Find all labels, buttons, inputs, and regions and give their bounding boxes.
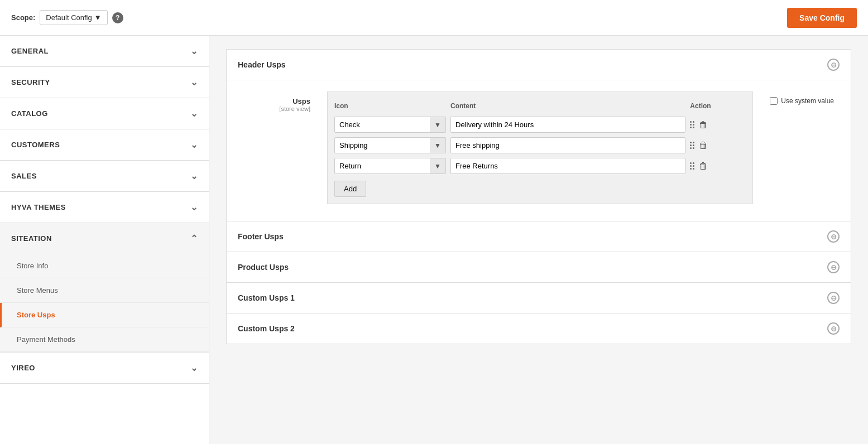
sidebar-section-yireo: YIREO ⌄ (0, 353, 209, 384)
sidebar-item-catalog[interactable]: CATALOG ⌄ (0, 98, 209, 129)
chevron-down-icon: ⌄ (190, 77, 198, 88)
content-area: Header Usps ⊖ Usps [store view] Icon (209, 36, 868, 444)
delete-row-button-3[interactable]: 🗑 (699, 161, 708, 171)
sidebar-item-general[interactable]: GENERAL ⌄ (0, 36, 209, 66)
add-usp-button[interactable]: Add (334, 181, 366, 197)
expand-icon[interactable]: ⊖ (827, 261, 840, 273)
usp-actions-2: 🗑 (690, 141, 746, 151)
select-arrow-icon: ▼ (430, 138, 445, 153)
top-bar-left: Scope: Default Config ▼ ? (11, 10, 123, 25)
scope-chevron-icon: ▼ (94, 13, 102, 22)
siteation-sub-items: Store Info Store Menus Store Usps Paymen… (0, 254, 209, 352)
chevron-down-icon: ⌄ (190, 46, 198, 56)
help-icon[interactable]: ? (112, 12, 123, 23)
drag-handle-icon[interactable] (690, 162, 694, 170)
scope-dropdown[interactable]: Default Config ▼ (40, 10, 107, 25)
chevron-down-icon: ⌄ (190, 363, 198, 373)
header-usps-section: Header Usps ⊖ Usps [store view] Icon (226, 49, 851, 221)
sidebar-section-security: SECURITY ⌄ (0, 67, 209, 98)
delete-row-button-1[interactable]: 🗑 (699, 120, 708, 130)
sidebar-section-sales: SALES ⌄ (0, 161, 209, 192)
usps-label: Usps (243, 97, 310, 105)
col-icon-label: Icon (334, 102, 446, 110)
product-usps-section: Product Usps ⊖ (226, 252, 851, 283)
expand-icon[interactable]: ⊖ (827, 322, 840, 335)
icon-select-2[interactable]: Check Shipping Return (335, 138, 430, 153)
col-content-label: Content (450, 102, 685, 110)
top-bar: Scope: Default Config ▼ ? Save Config (0, 0, 868, 36)
sidebar-section-general: GENERAL ⌄ (0, 36, 209, 67)
select-arrow-icon: ▼ (430, 158, 445, 173)
drag-handle-icon[interactable] (690, 121, 694, 128)
drag-handle-icon[interactable] (690, 142, 694, 149)
sidebar-section-hyva: HYVA THEMES ⌄ (0, 192, 209, 223)
header-usps-title: Header Usps (238, 60, 286, 69)
collapse-icon[interactable]: ⊖ (827, 59, 840, 71)
sidebar-label-customers: CUSTOMERS (11, 141, 60, 149)
sidebar-item-sales[interactable]: SALES ⌄ (0, 161, 209, 191)
sidebar-item-store-usps[interactable]: Store Usps (0, 303, 209, 327)
usps-sublabel: [store view] (243, 105, 310, 112)
col-action-label: Action (690, 102, 746, 110)
product-usps-toggle[interactable]: Product Usps ⊖ (227, 252, 851, 282)
product-usps-title: Product Usps (238, 263, 289, 272)
expand-icon[interactable]: ⊖ (827, 292, 840, 304)
main-layout: GENERAL ⌄ SECURITY ⌄ CATALOG ⌄ CUSTOMERS… (0, 36, 868, 444)
chevron-down-icon: ⌄ (190, 108, 198, 119)
sidebar-label-sales: SALES (11, 172, 37, 180)
footer-usps-toggle[interactable]: Footer Usps ⊖ (227, 221, 851, 252)
table-row: Check Shipping Return ▼ (334, 137, 746, 153)
icon-select-3[interactable]: Check Shipping Return (335, 158, 430, 173)
icon-select-wrap-2: Check Shipping Return ▼ (334, 137, 446, 153)
custom-usps-1-title: Custom Usps 1 (238, 293, 295, 302)
footer-usps-title: Footer Usps (238, 232, 284, 241)
table-row: Check Shipping Return ▼ (334, 158, 746, 174)
header-usps-body: Usps [store view] Icon Content Action (227, 80, 851, 221)
sidebar: GENERAL ⌄ SECURITY ⌄ CATALOG ⌄ CUSTOMERS… (0, 36, 209, 444)
icon-select-1[interactable]: Check Shipping Return (335, 117, 430, 132)
system-value-checkbox[interactable] (770, 97, 778, 105)
chevron-up-icon: ⌃ (190, 233, 198, 244)
footer-usps-section: Footer Usps ⊖ (226, 221, 851, 252)
usps-label-col: Usps [store view] (243, 91, 310, 112)
table-row: Check Shipping Return ▼ (334, 117, 746, 133)
content-input-2[interactable] (450, 137, 685, 153)
custom-usps-2-title: Custom Usps 2 (238, 324, 295, 333)
custom-usps-2-section: Custom Usps 2 ⊖ (226, 313, 851, 344)
chevron-down-icon: ⌄ (190, 139, 198, 150)
sidebar-label-catalog: CATALOG (11, 109, 48, 118)
system-value-label: Use system value (781, 97, 834, 105)
icon-select-wrap-1: Check Shipping Return ▼ (334, 117, 446, 133)
sidebar-item-store-info[interactable]: Store Info (0, 254, 209, 278)
sidebar-section-customers: CUSTOMERS ⌄ (0, 129, 209, 161)
sidebar-label-general: GENERAL (11, 47, 49, 55)
sidebar-item-hyva[interactable]: HYVA THEMES ⌄ (0, 192, 209, 223)
usp-actions-1: 🗑 (690, 120, 746, 130)
usp-table: Icon Content Action Check Shipping Retur… (327, 91, 753, 204)
header-usps-toggle[interactable]: Header Usps ⊖ (227, 50, 851, 80)
sidebar-label-hyva: HYVA THEMES (11, 203, 66, 211)
expand-icon[interactable]: ⊖ (827, 230, 840, 243)
custom-usps-1-toggle[interactable]: Custom Usps 1 ⊖ (227, 283, 851, 313)
content-input-1[interactable] (450, 117, 685, 133)
sidebar-section-siteation: SITEATION ⌃ Store Info Store Menus Store… (0, 223, 209, 353)
chevron-down-icon: ⌄ (190, 202, 198, 213)
sidebar-item-security[interactable]: SECURITY ⌄ (0, 67, 209, 98)
usp-actions-3: 🗑 (690, 161, 746, 171)
sidebar-item-customers[interactable]: CUSTOMERS ⌄ (0, 129, 209, 160)
select-arrow-icon: ▼ (430, 117, 445, 132)
sidebar-item-store-menus[interactable]: Store Menus (0, 278, 209, 303)
sidebar-item-yireo[interactable]: YIREO ⌄ (0, 353, 209, 383)
icon-select-wrap-3: Check Shipping Return ▼ (334, 158, 446, 174)
custom-usps-2-toggle[interactable]: Custom Usps 2 ⊖ (227, 313, 851, 344)
custom-usps-1-section: Custom Usps 1 ⊖ (226, 283, 851, 313)
sidebar-item-siteation[interactable]: SITEATION ⌃ (0, 223, 209, 254)
delete-row-button-2[interactable]: 🗑 (699, 141, 708, 151)
usp-table-header: Icon Content Action (334, 99, 746, 113)
sidebar-item-payment-methods[interactable]: Payment Methods (0, 327, 209, 352)
save-config-button[interactable]: Save Config (787, 8, 857, 28)
scope-label: Scope: (11, 13, 35, 22)
system-value-wrap: Use system value (770, 91, 834, 105)
chevron-down-icon: ⌄ (190, 171, 198, 181)
content-input-3[interactable] (450, 158, 685, 174)
